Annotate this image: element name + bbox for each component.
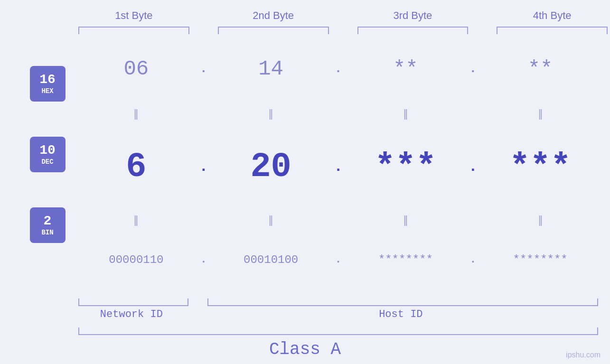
byte-header-2: 2nd Byte [216,9,331,22]
dec-byte-2: 20 [211,148,331,187]
eq2-4: ‖ [480,214,601,226]
bottom-brackets [0,299,610,306]
bracket-4 [497,27,608,34]
bin-byte-1: 00000110 [76,253,197,266]
equals-row-1: ‖ ‖ ‖ ‖ [76,108,601,120]
eq2-1: ‖ [76,214,197,226]
host-id-label: Host ID [201,308,601,320]
hex-row: 06 . 14 . ** . ** [76,57,601,81]
hex-byte-1: 06 [76,57,197,81]
bin-row: 00000110 . 00010100 . ******** . *******… [76,253,601,266]
bracket-1 [78,27,189,34]
badge-hex: 16 HEX [30,66,66,102]
eq1-4: ‖ [480,108,601,120]
bin-byte-3: ******** [346,253,466,266]
top-bracket-row [0,27,610,34]
badge-hex-label: HEX [41,87,53,95]
hex-byte-3: ** [346,57,466,81]
eq1-2: ‖ [211,108,331,120]
bin-byte-4: ******** [480,253,601,266]
dec-dot-2: . [331,158,346,176]
bracket-3 [357,27,469,34]
badge-bin-number: 2 [44,214,52,229]
dec-dot-3: . [466,158,480,176]
dec-byte-4: *** [480,148,601,187]
bin-dot-2: . [331,254,346,266]
full-bracket-row [0,327,610,335]
hex-dot-3: . [466,62,480,76]
eq2-2: ‖ [211,214,331,226]
bottom-bracket-host [207,299,598,306]
dec-byte-3: *** [346,148,466,187]
dec-byte-1: 6 [76,148,197,187]
dec-row: 6 . 20 . *** . *** [76,148,601,187]
bin-dot-3: . [466,254,480,266]
eq2-3: ‖ [346,214,466,226]
watermark: ipshu.com [566,351,601,359]
hex-byte-4: ** [480,57,601,81]
network-id-label: Network ID [76,308,187,320]
dec-dot-1: . [197,158,211,176]
byte-header-1: 1st Byte [76,9,192,22]
equals-row-2: ‖ ‖ ‖ ‖ [76,214,601,226]
eq1-3: ‖ [346,108,466,120]
badge-hex-number: 16 [39,73,56,87]
full-bottom-bracket [78,327,598,335]
bracket-2 [218,27,329,34]
class-label: Class A [0,340,610,359]
main-container: 1st Byte 2nd Byte 3rd Byte 4th Byte 16 H… [0,0,610,364]
byte-headers-row: 1st Byte 2nd Byte 3rd Byte 4th Byte [0,9,610,22]
byte-header-3: 3rd Byte [355,9,471,22]
hex-dot-2: . [331,62,346,76]
bin-byte-2: 00010100 [211,253,331,266]
id-labels-row: Network ID Host ID [0,308,610,320]
badges-column: 16 HEX 10 DEC 2 BIN [0,44,76,299]
badge-bin-label: BIN [41,229,53,236]
bottom-bracket-network [78,299,188,306]
hex-byte-2: 14 [211,57,331,81]
badge-bin: 2 BIN [30,207,66,243]
badge-dec-label: DEC [41,158,53,166]
hex-dot-1: . [197,62,211,76]
eq1-1: ‖ [76,108,197,120]
badge-dec-number: 10 [39,143,56,158]
bin-dot-1: . [197,254,211,266]
byte-header-4: 4th Byte [494,9,610,22]
badge-dec: 10 DEC [30,137,66,172]
